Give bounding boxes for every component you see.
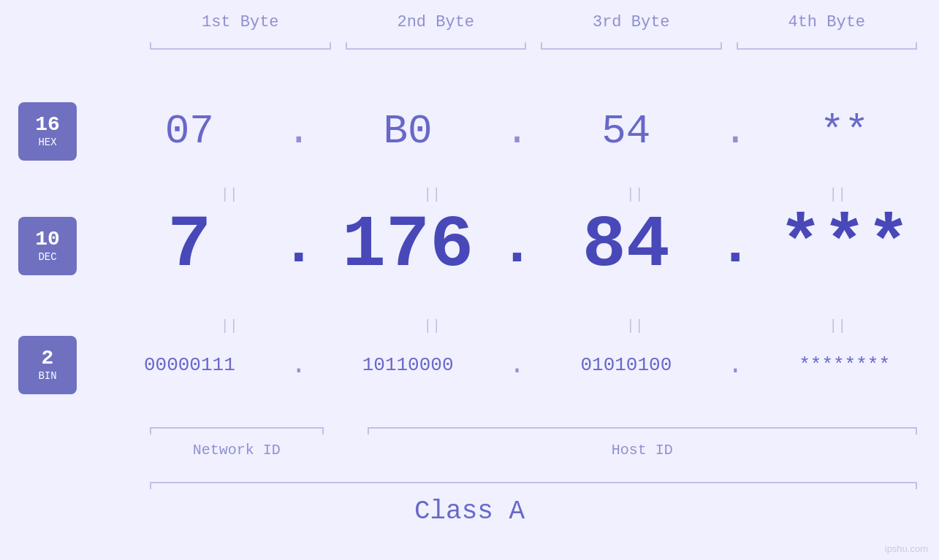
class-bracket: [142, 478, 924, 490]
byte2-header: 2nd Byte: [338, 13, 534, 31]
hex-b1: 07: [95, 108, 284, 155]
eq2-b2: ||: [346, 318, 520, 334]
host-id-label: Host ID: [360, 442, 925, 459]
bin-badge: 2 BIN: [18, 336, 77, 394]
bin-b2: 10110000: [313, 354, 503, 376]
bin-b1: 00000111: [95, 354, 284, 376]
dec-b1: 7: [95, 204, 284, 287]
hex-base-number: 16: [35, 115, 60, 135]
dec-base-number: 10: [35, 229, 60, 250]
hex-dot1: .: [284, 108, 313, 155]
dec-b2: 176: [313, 204, 503, 287]
byte1-header: 1st Byte: [142, 13, 338, 31]
byte-headers: 1st Byte 2nd Byte 3rd Byte 4th Byte: [142, 13, 924, 31]
byte4-header: 4th Byte: [729, 13, 925, 31]
eq1-b4: ||: [751, 186, 925, 203]
bin-dot2: .: [503, 350, 532, 380]
hex-badge: 16 HEX: [18, 102, 77, 161]
bin-row: 2 BIN 00000111 . 10110000 . 01010100 .: [0, 336, 939, 394]
dec-b3: 84: [532, 204, 721, 287]
dec-dot3: .: [721, 212, 750, 279]
dec-row: 10 DEC 7 . 176 . 84 . ***: [0, 204, 939, 287]
eq2-b4: ||: [751, 318, 925, 334]
bracket-byte1: [142, 42, 338, 54]
dec-badge: 10 DEC: [18, 217, 77, 275]
byte3-header: 3rd Byte: [533, 13, 729, 31]
hex-dot2: .: [503, 108, 532, 155]
equals-row-2: || || || ||: [142, 318, 924, 334]
bin-bottom-brackets: [142, 426, 924, 437]
eq1-b1: ||: [142, 186, 316, 203]
hex-badge-area: 16 HEX: [0, 102, 95, 161]
bin-base-name: BIN: [38, 370, 56, 382]
hex-row: 16 HEX 07 . B0 . 54 . **: [0, 102, 939, 161]
top-bracket-row: [142, 42, 924, 54]
main-layout: 1st Byte 2nd Byte 3rd Byte 4th Byte 16 H…: [0, 0, 939, 560]
class-label: Class A: [0, 496, 939, 526]
dec-badge-area: 10 DEC: [0, 217, 95, 275]
bin-values: 00000111 . 10110000 . 01010100 . *******…: [95, 350, 939, 380]
hex-base-name: HEX: [38, 137, 56, 148]
bracket-byte4: [729, 42, 925, 54]
dec-values: 7 . 176 . 84 . ***: [95, 204, 939, 287]
eq2-b3: ||: [548, 318, 722, 334]
hex-b2: B0: [313, 108, 503, 155]
hex-values: 07 . B0 . 54 . **: [95, 108, 939, 155]
network-id-label: Network ID: [142, 442, 331, 459]
hex-b3: 54: [532, 108, 721, 155]
network-bracket: [142, 426, 331, 437]
id-labels: Network ID Host ID: [142, 442, 924, 459]
dec-b4: ***: [750, 204, 939, 287]
hex-b4: **: [750, 108, 939, 155]
bin-dot1: .: [284, 350, 313, 380]
bracket-byte2: [338, 42, 534, 54]
hex-dot3: .: [721, 108, 750, 155]
bracket-byte3: [533, 42, 729, 54]
eq1-b3: ||: [548, 186, 722, 203]
eq1-b2: ||: [346, 186, 520, 203]
bin-b3: 01010100: [532, 354, 721, 376]
equals-row-1: || || || ||: [142, 186, 924, 203]
bin-b4: ********: [750, 354, 939, 376]
bin-base-number: 2: [42, 348, 54, 369]
dec-dot1: .: [284, 212, 313, 279]
dec-base-name: DEC: [38, 251, 56, 263]
eq2-b1: ||: [142, 318, 316, 334]
dec-dot2: .: [503, 212, 532, 279]
bin-dot3: .: [721, 350, 750, 380]
host-bracket: [360, 426, 925, 437]
bin-badge-area: 2 BIN: [0, 336, 95, 394]
watermark: ipshu.com: [885, 543, 928, 554]
